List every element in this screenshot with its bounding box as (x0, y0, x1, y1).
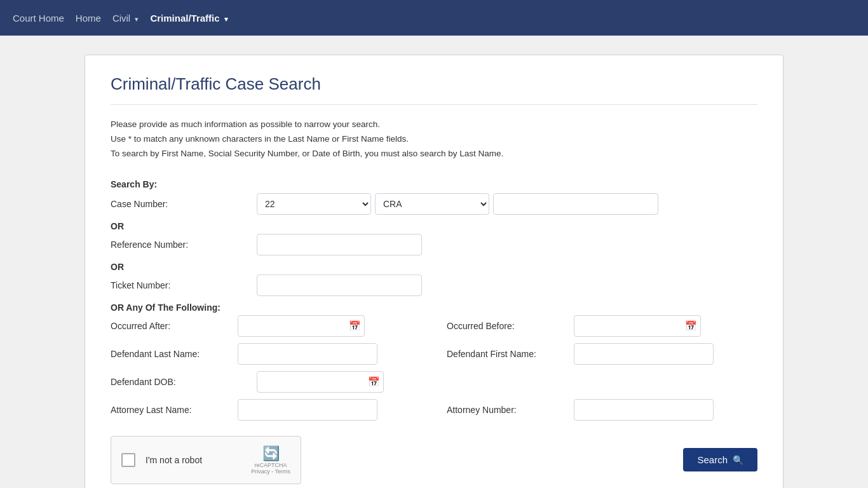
defendant-first-name-input[interactable] (574, 343, 714, 365)
defendant-dob-label: Defendant DOB: (111, 377, 257, 387)
case-type-select[interactable]: CRA CRB TRC TRD TRF (375, 193, 489, 215)
search-by-label: Search By: (111, 179, 757, 189)
nav-civil[interactable]: Civil ▾ (112, 13, 139, 24)
case-number-label: Case Number: (111, 199, 257, 209)
criminal-traffic-caret-icon: ▾ (224, 15, 228, 23)
page-title: Criminal/Traffic Case Search (111, 74, 757, 105)
reference-number-input-col (257, 234, 757, 255)
defendant-name-row: Defendant Last Name: Defendant First Nam… (111, 343, 757, 365)
occurred-after-wrapper: 📅 (238, 315, 365, 337)
occurred-after-input-col: 📅 (238, 315, 421, 337)
occurred-before-pair: Occurred Before: 📅 (447, 315, 757, 337)
defendant-first-name-input-col (574, 343, 757, 365)
recaptcha-icon: 🔄 (251, 445, 290, 462)
occurred-row: Occurred After: 📅 Occurred Before: 📅 (111, 315, 757, 337)
attorney-last-name-pair: Attorney Last Name: (111, 399, 421, 421)
or-label-2: OR (111, 262, 757, 272)
attorney-number-input[interactable] (574, 399, 714, 421)
ticket-number-input[interactable] (257, 274, 422, 296)
recaptcha-brand: reCAPTCHAPrivacy - Terms (251, 462, 290, 475)
search-button-label: Search (697, 454, 728, 465)
case-number-group: Case Number: 22 21 20 19 18 CRA CRB TRC … (111, 193, 757, 215)
nav-home[interactable]: Home (76, 13, 101, 24)
search-icon: 🔍 (733, 455, 743, 465)
instructions: Please provide as much information as po… (111, 118, 757, 161)
ticket-number-label: Ticket Number: (111, 280, 257, 290)
recaptcha-checkbox[interactable] (121, 453, 135, 467)
occurred-before-input[interactable] (574, 315, 701, 337)
case-number-input-col: 22 21 20 19 18 CRA CRB TRC TRD TRF (257, 193, 757, 215)
attorney-row: Attorney Last Name: Attorney Number: (111, 399, 757, 421)
ticket-number-input-col (257, 274, 757, 296)
occurred-after-label: Occurred After: (111, 321, 238, 331)
defendant-dob-group: Defendant DOB: 📅 (111, 371, 757, 393)
occurred-before-wrapper: 📅 (574, 315, 701, 337)
attorney-number-pair: Attorney Number: (447, 399, 757, 421)
occurred-before-calendar-icon[interactable]: 📅 (685, 320, 697, 332)
occurred-after-calendar-icon[interactable]: 📅 (349, 320, 361, 332)
attorney-number-input-col (574, 399, 757, 421)
recaptcha-label: I'm not a robot (146, 455, 202, 465)
defendant-last-name-input[interactable] (238, 343, 377, 365)
defendant-last-name-pair: Defendant Last Name: (111, 343, 421, 365)
occurred-after-pair: Occurred After: 📅 (111, 315, 421, 337)
attorney-last-name-input-col (238, 399, 421, 421)
defendant-first-name-pair: Defendant First Name: (447, 343, 757, 365)
search-form: Search By: Case Number: 22 21 20 19 18 C… (111, 179, 757, 484)
defendant-last-name-label: Defendant Last Name: (111, 349, 238, 359)
occurred-before-label: Occurred Before: (447, 321, 574, 331)
defendant-first-name-label: Defendant First Name: (447, 349, 574, 359)
attorney-number-label: Attorney Number: (447, 405, 574, 415)
case-number-input[interactable] (493, 193, 658, 215)
or-any-label: OR Any Of The Following: (111, 302, 757, 313)
defendant-dob-input-col: 📅 (257, 371, 757, 393)
reference-number-input[interactable] (257, 234, 422, 255)
recaptcha-logo: 🔄 reCAPTCHAPrivacy - Terms (251, 445, 290, 475)
attorney-last-name-input[interactable] (238, 399, 377, 421)
occurred-before-input-col: 📅 (574, 315, 757, 337)
defendant-last-name-input-col (238, 343, 421, 365)
ticket-number-group: Ticket Number: (111, 274, 757, 296)
or-label-1: OR (111, 221, 757, 231)
instruction-line-2: Use * to match any unknown characters in… (111, 132, 757, 147)
footer-row: I'm not a robot 🔄 reCAPTCHAPrivacy - Ter… (111, 436, 757, 484)
attorney-last-name-label: Attorney Last Name: (111, 405, 238, 415)
search-button[interactable]: Search 🔍 (683, 448, 757, 471)
navbar: Court Home Home Civil ▾ Criminal/Traffic… (0, 0, 868, 36)
instruction-line-1: Please provide as much information as po… (111, 118, 757, 132)
instruction-line-3: To search by First Name, Social Security… (111, 147, 757, 161)
recaptcha-widget[interactable]: I'm not a robot 🔄 reCAPTCHAPrivacy - Ter… (111, 436, 301, 484)
main-content: Criminal/Traffic Case Search Please prov… (85, 55, 783, 488)
defendant-dob-calendar-icon[interactable]: 📅 (368, 376, 380, 388)
reference-number-label: Reference Number: (111, 240, 257, 250)
case-year-select[interactable]: 22 21 20 19 18 (257, 193, 371, 215)
occurred-after-input[interactable] (238, 315, 365, 337)
nav-criminal-traffic[interactable]: Criminal/Traffic ▾ (150, 13, 227, 24)
defendant-dob-input[interactable] (257, 371, 384, 393)
nav-court-home[interactable]: Court Home (13, 13, 64, 24)
civil-caret-icon: ▾ (135, 15, 139, 23)
reference-number-group: Reference Number: (111, 234, 757, 255)
defendant-dob-wrapper: 📅 (257, 371, 384, 393)
